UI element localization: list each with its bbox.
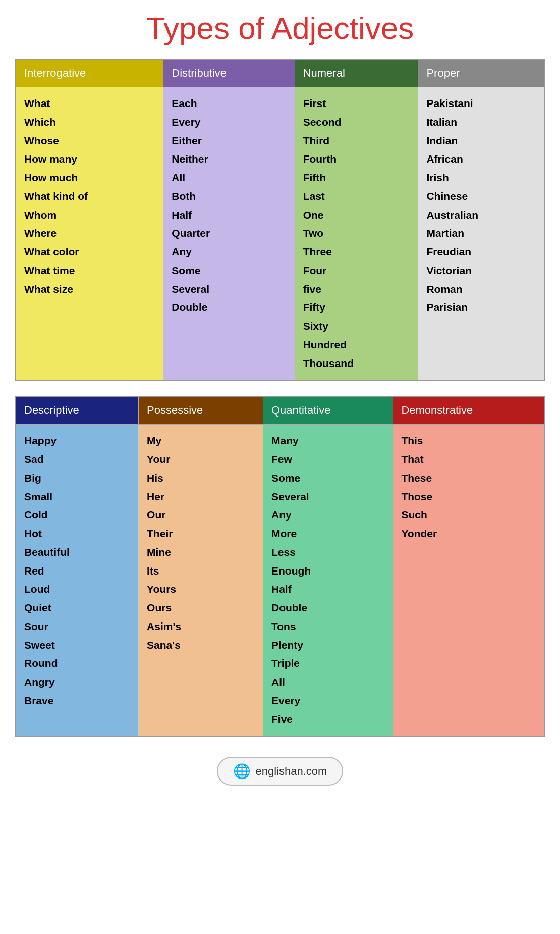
- cell-possessive: MyYourHisHerOurTheirMineItsYoursOursAsim…: [139, 425, 263, 737]
- header-numeral: Numeral: [295, 59, 418, 87]
- globe-icon: 🌐: [233, 763, 251, 780]
- header-quantitative: Quantitative: [263, 396, 393, 425]
- footer-url: englishan.com: [256, 765, 327, 778]
- footer: 🌐 englishan.com: [217, 757, 344, 786]
- header-descriptive: Descriptive: [16, 396, 139, 425]
- adjectives-table-2: Descriptive Possessive Quantitative Demo…: [15, 396, 545, 737]
- cell-distributive: EachEveryEitherNeitherAllBothHalfQuarter…: [163, 87, 295, 381]
- cell-demonstrative: ThisThatTheseThoseSuchYonder: [393, 425, 544, 737]
- cell-proper: PakistaniItalianIndianAfricanIrishChines…: [418, 87, 544, 381]
- cell-interrogative: WhatWhichWhoseHow manyHow muchWhat kind …: [16, 87, 163, 381]
- page-title: Types of Adjectives: [146, 10, 414, 46]
- cell-numeral: FirstSecondThirdFourthFifthLastOneTwoThr…: [295, 87, 418, 381]
- cell-descriptive: HappySadBigSmallColdHotBeautifulRedLoudQ…: [16, 425, 139, 737]
- header-possessive: Possessive: [139, 396, 263, 425]
- header-demonstrative: Demonstrative: [393, 396, 544, 425]
- adjectives-table-1: Interrogative Distributive Numeral Prope…: [15, 59, 545, 381]
- header-distributive: Distributive: [163, 59, 295, 87]
- cell-quantitative: ManyFewSomeSeveralAnyMoreLessEnoughHalfD…: [263, 425, 393, 737]
- header-interrogative: Interrogative: [16, 59, 163, 87]
- header-proper: Proper: [418, 59, 544, 87]
